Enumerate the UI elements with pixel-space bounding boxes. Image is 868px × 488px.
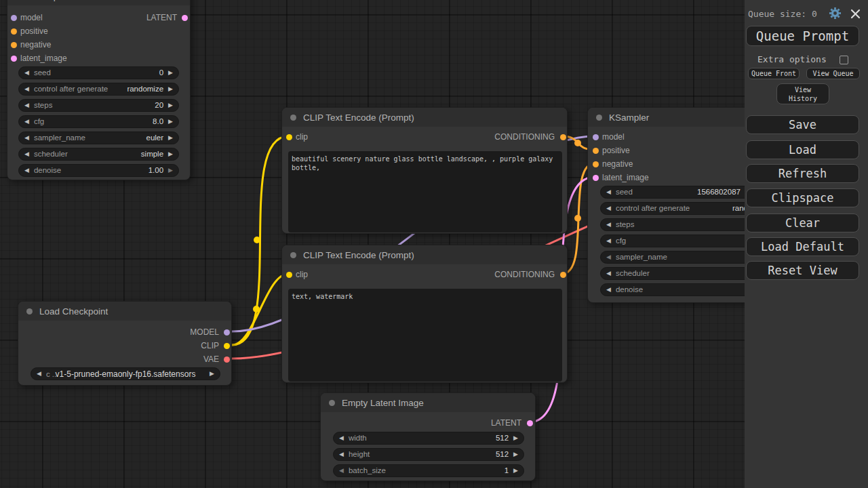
widget-width[interactable]: ◀ width 512 ▶ [333,432,524,445]
input-slot-positive[interactable] [593,148,599,154]
input-slot-model[interactable] [11,15,17,21]
input-slot-positive[interactable] [11,28,17,35]
output-slot-latent[interactable] [527,420,533,426]
slot-label: positive [20,26,48,36]
collapse-dot-icon[interactable] [290,252,296,258]
node-title-bar[interactable]: CLIP Text Encode (Prompt) [282,245,567,264]
slot-label: CLIP [201,341,219,350]
reset-view-button[interactable]: Reset View [746,261,859,280]
node-title-bar[interactable]: CLIP Text Encode (Prompt) [282,108,567,127]
wire-clip-to-negative-prompt [232,274,288,345]
decrement-arrow-icon[interactable]: ◀ [24,167,29,174]
slot-label: clip [296,132,308,142]
node-title-bar[interactable]: Empty Latent Image [321,393,535,412]
gear-icon[interactable] [829,7,842,20]
increment-arrow-icon[interactable]: ▶ [168,135,173,141]
increment-arrow-icon[interactable]: ▶ [168,86,173,92]
prompt-textarea[interactable]: text, watermark [288,289,562,382]
node-clip-text-encode-negative[interactable]: CLIP Text Encode (Prompt) clip CONDITION… [281,245,568,383]
link-midpoint-dot [253,306,260,312]
slot-label: LATENT [146,13,177,22]
widget-sampler-name[interactable]: ◀ sampler_name euler ▶ [18,131,179,144]
view-queue-button[interactable]: View Queue [806,68,860,79]
decrement-arrow-icon[interactable]: ◀ [339,435,344,441]
decrement-arrow-icon[interactable]: ◀ [606,270,611,277]
widget-denoise[interactable]: ◀ denoise 1.00 ▶ [18,164,179,177]
node-title-bar[interactable]: Load Checkpoint [18,302,231,321]
extra-options-checkbox[interactable] [840,56,848,64]
collapse-dot-icon[interactable] [596,115,602,121]
decrement-arrow-icon[interactable]: ◀ [339,451,344,458]
output-slot-model[interactable] [224,329,230,336]
node-title: CLIP Text Encode (Prompt) [303,113,414,123]
node-empty-latent-image[interactable]: Empty Latent Image LATENT ◀ width 512 ▶ … [320,392,536,481]
collapse-dot-icon[interactable] [290,115,296,121]
input-slot-clip[interactable] [286,272,292,278]
prompt-textarea[interactable]: beautiful scenery nature glass bottle la… [288,151,562,232]
decrement-arrow-icon[interactable]: ◀ [606,222,611,228]
decrement-arrow-icon[interactable]: ◀ [606,254,611,260]
input-slot-latent-image[interactable] [593,175,599,181]
input-slot-model[interactable] [593,134,599,140]
output-slot-clip[interactable] [224,343,230,349]
increment-arrow-icon[interactable]: ▶ [168,70,173,76]
input-slot-negative[interactable] [593,161,599,167]
decrement-arrow-icon[interactable]: ◀ [606,205,611,211]
widget-height[interactable]: ◀ height 512 ▶ [333,448,524,461]
widget-cfg[interactable]: ◀ cfg 8.0 ▶ [18,115,179,128]
widget-ckpt-name[interactable]: ◀ c ... v1-5-pruned-emaonly-fp16.safeten… [31,367,220,380]
queue-front-button[interactable]: Queue Front [748,68,800,79]
decrement-arrow-icon[interactable]: ◀ [606,238,611,244]
refresh-button[interactable]: Refresh [746,164,859,183]
collapse-dot-icon[interactable] [329,400,335,406]
node-clip-text-encode-positive[interactable]: CLIP Text Encode (Prompt) clip CONDITION… [281,107,568,234]
decrement-arrow-icon[interactable]: ◀ [606,189,611,195]
decrement-arrow-icon[interactable]: ◀ [24,135,29,141]
increment-arrow-icon[interactable]: ▶ [513,451,518,458]
input-slot-clip[interactable] [286,134,292,140]
comfyui-menu: Queue size: 0 Queue Prompt Extra options… [745,0,868,488]
load-default-button[interactable]: Load Default [746,237,859,256]
increment-arrow-icon[interactable]: ▶ [168,119,173,125]
widget-scheduler[interactable]: ◀ scheduler simple ▶ [18,148,179,161]
decrement-arrow-icon[interactable]: ◀ [24,70,29,76]
input-slot-negative[interactable] [11,42,17,48]
save-button[interactable]: Save [746,115,859,134]
increment-arrow-icon[interactable]: ▶ [168,151,173,157]
queue-prompt-button[interactable]: Queue Prompt [746,26,859,46]
output-slot-latent[interactable] [182,15,188,21]
decrement-arrow-icon[interactable]: ◀ [339,468,344,474]
node-ksampler-left[interactable]: KSampler model positive negative latent_… [7,0,191,180]
node-title-bar[interactable]: KSampler [7,0,190,5]
node-load-checkpoint[interactable]: Load Checkpoint MODEL CLIP VAE ◀ c ... v… [18,301,232,386]
comfyui-canvas[interactable]: KSampler model positive negative latent_… [0,0,868,488]
load-button[interactable]: Load [746,140,859,159]
decrement-arrow-icon[interactable]: ◀ [606,287,611,293]
node-title: Empty Latent Image [342,398,424,408]
output-slot-conditioning[interactable] [560,272,566,278]
increment-arrow-icon[interactable]: ▶ [168,167,173,174]
node-title: KSampler [28,0,68,1]
decrement-arrow-icon[interactable]: ◀ [24,151,29,157]
increment-arrow-icon[interactable]: ▶ [513,435,518,441]
collapse-dot-icon[interactable] [26,308,33,314]
increment-arrow-icon[interactable]: ▶ [513,468,518,474]
decrement-arrow-icon[interactable]: ◀ [24,86,29,92]
slot-label: clip [296,270,308,279]
increment-arrow-icon[interactable]: ▶ [168,102,173,108]
link-midpoint-dot [574,215,581,222]
close-icon[interactable] [850,9,861,19]
output-slot-conditioning[interactable] [560,134,566,140]
link-midpoint-dot [574,140,581,146]
view-history-button[interactable]: View History [776,83,829,104]
widget-seed[interactable]: ◀ seed 0 ▶ [18,66,179,79]
widget-batch-size[interactable]: ◀ batch_size 1 ▶ [333,464,524,477]
clipspace-button[interactable]: Clipspace [746,188,859,207]
decrement-arrow-icon[interactable]: ◀ [24,102,29,108]
decrement-arrow-icon[interactable]: ◀ [24,119,29,125]
clear-button[interactable]: Clear [746,214,859,232]
widget-steps[interactable]: ◀ steps 20 ▶ [18,99,179,112]
widget-control-after-generate[interactable]: ◀ control after generate randomize ▶ [18,83,179,96]
input-slot-latent-image[interactable] [11,56,17,62]
output-slot-vae[interactable] [224,357,230,363]
